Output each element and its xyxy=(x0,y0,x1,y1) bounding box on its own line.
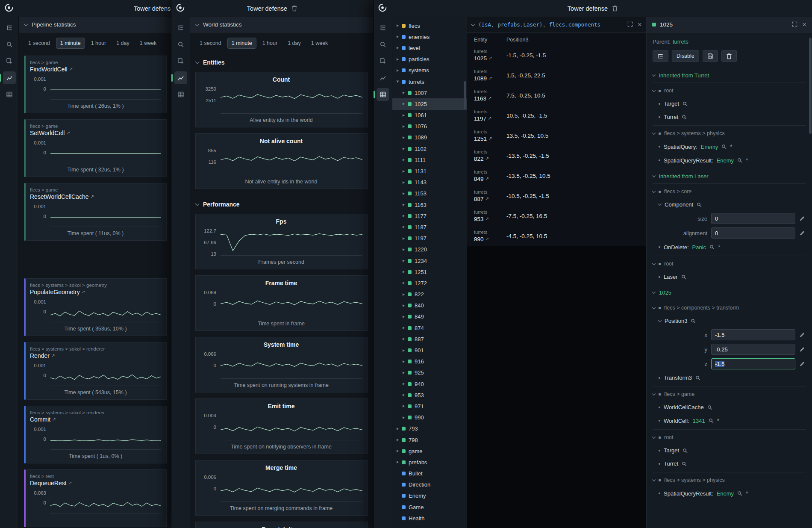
stats-icon[interactable] xyxy=(174,71,187,84)
tree-item[interactable]: 1025 xyxy=(392,98,467,109)
tree-item[interactable]: systems xyxy=(392,65,467,76)
expand-arrow-icon[interactable] xyxy=(403,416,405,419)
tree-item[interactable]: 1153 xyxy=(392,188,467,199)
tree-item[interactable]: 887 xyxy=(392,333,467,345)
search-icon[interactable] xyxy=(709,245,715,250)
table-icon[interactable] xyxy=(377,88,389,101)
component-row[interactable]: Target * xyxy=(653,444,806,457)
stats-section-header[interactable]: Entities xyxy=(190,53,373,69)
tree-item[interactable]: enemies xyxy=(392,31,467,42)
search-icon[interactable] xyxy=(737,158,742,163)
inspector-section-header[interactable]: 1025 xyxy=(653,285,806,300)
tree-item[interactable]: 798 xyxy=(392,434,467,445)
entity-id-link[interactable]: 849↗ xyxy=(474,176,489,182)
field-value-input[interactable]: 0 xyxy=(711,227,795,239)
expand-arrow-icon[interactable] xyxy=(403,159,405,161)
parent-entity-link[interactable]: turrets xyxy=(673,38,688,45)
expand-arrow-icon[interactable] xyxy=(403,215,405,217)
time-range-button[interactable]: 1 hour xyxy=(87,38,110,49)
inspect-icon[interactable] xyxy=(3,55,16,68)
stat-name-link[interactable]: FindWorldCell↗ xyxy=(30,66,161,73)
stats-icon[interactable] xyxy=(3,71,16,84)
expand-arrow-icon[interactable] xyxy=(397,461,399,463)
component-row[interactable]: Transform3 * xyxy=(653,371,806,384)
tree-item[interactable]: 1143 xyxy=(392,177,467,188)
expand-arrow-icon[interactable] xyxy=(403,316,405,318)
search-icon[interactable] xyxy=(683,101,688,106)
stats-icon[interactable] xyxy=(377,71,389,84)
entity-id-link[interactable]: 887↗ xyxy=(474,196,489,202)
entity-id-link[interactable]: 1251↗ xyxy=(474,136,492,142)
tree-item[interactable]: 1234 xyxy=(392,255,467,266)
tree-item[interactable]: flecs xyxy=(392,20,467,31)
component-value-link[interactable]: Panic xyxy=(692,244,706,251)
expand-arrow-icon[interactable] xyxy=(397,439,399,441)
tree-item[interactable]: prefabs xyxy=(392,457,467,468)
search-icon[interactable] xyxy=(697,202,702,207)
expand-arrow-icon[interactable] xyxy=(397,24,399,27)
time-range-button[interactable]: 1 second xyxy=(195,38,226,49)
inspector-section-header[interactable]: inherited from Turret xyxy=(653,68,806,83)
trash-icon[interactable] xyxy=(291,5,297,12)
search-icon[interactable] xyxy=(377,38,389,51)
component-row[interactable]: SpatialQuery: Enemy * xyxy=(653,140,806,153)
entity-id-link[interactable]: 953↗ xyxy=(474,216,489,222)
search-icon[interactable] xyxy=(695,375,700,381)
tree-view-icon[interactable] xyxy=(174,21,187,34)
pipeline-panel-header[interactable]: Pipeline statistics xyxy=(19,17,171,32)
flecs-logo-icon[interactable] xyxy=(176,3,185,14)
component-row[interactable]: OnDelete: Panic * xyxy=(653,240,806,254)
tree-item[interactable]: 1272 xyxy=(392,277,467,289)
search-icon[interactable] xyxy=(709,418,714,423)
component-row[interactable]: Position3 * xyxy=(653,314,806,327)
expand-arrow-icon[interactable] xyxy=(397,35,399,38)
time-range-button[interactable]: 1 second xyxy=(24,38,54,49)
entity-id-link[interactable]: 1089↗ xyxy=(474,75,492,82)
tree-item[interactable]: 971 xyxy=(392,401,467,412)
tree-item[interactable]: 1251 xyxy=(392,266,467,277)
tree-item[interactable]: 1102 xyxy=(392,143,467,154)
expand-arrow-icon[interactable] xyxy=(403,147,405,150)
expand-arrow-icon[interactable] xyxy=(403,282,405,284)
expand-arrow-icon[interactable] xyxy=(397,69,399,72)
tree-item[interactable]: 1111 xyxy=(392,154,467,165)
entity-id-link[interactable]: 1025↗ xyxy=(474,55,492,62)
tree-item[interactable]: 1220 xyxy=(392,244,467,255)
expand-arrow-icon[interactable] xyxy=(403,125,405,128)
expand-arrow-icon[interactable] xyxy=(403,260,405,262)
time-range-button[interactable]: 1 minute xyxy=(227,38,256,49)
tree-item[interactable]: 1007 xyxy=(392,87,467,98)
component-value-link[interactable]: 1341 xyxy=(693,418,705,424)
search-icon[interactable] xyxy=(682,461,687,466)
query-result-row[interactable]: turrets 1251↗ 13.5, -0.25, 10.5 xyxy=(467,126,646,146)
edit-icon[interactable] xyxy=(799,347,806,352)
delete-button[interactable] xyxy=(721,50,737,62)
tree-view-icon[interactable] xyxy=(377,21,389,34)
edit-icon[interactable] xyxy=(799,332,806,338)
field-value-input[interactable]: -1.5 xyxy=(711,358,795,369)
group-header[interactable]: flecs > game xyxy=(653,387,806,401)
component-row[interactable]: WorldCellCache * xyxy=(653,401,806,414)
tree-scrollbar[interactable] xyxy=(464,81,466,109)
tree-item[interactable]: 1197 xyxy=(392,233,467,244)
time-range-button[interactable]: 1 minute xyxy=(56,38,85,49)
inspector-scrollbar[interactable] xyxy=(809,38,812,134)
tree-item[interactable]: Bullet xyxy=(392,468,467,479)
query-result-row[interactable]: turrets 1197↗ 10.5, -0.25, -1.5 xyxy=(467,106,646,126)
time-range-button[interactable]: 1 day xyxy=(283,38,305,49)
tree-item[interactable]: Enemy xyxy=(392,490,467,501)
table-icon[interactable] xyxy=(174,88,187,101)
edit-icon[interactable] xyxy=(799,216,806,221)
time-range-button[interactable]: 1 week xyxy=(307,38,332,49)
search-icon[interactable] xyxy=(681,274,686,280)
query-result-row[interactable]: turrets 1025↗ -1.5, -0.25, -1.5 xyxy=(467,45,646,65)
tree-view-icon[interactable] xyxy=(3,21,16,34)
time-range-button[interactable]: 1 week xyxy=(135,38,161,49)
expand-arrow-icon[interactable] xyxy=(403,103,405,105)
tree-item[interactable]: Game xyxy=(392,501,467,513)
tree-item[interactable]: 849 xyxy=(392,311,467,322)
expand-arrow-icon[interactable] xyxy=(403,405,405,407)
group-header[interactable]: root xyxy=(653,431,806,444)
group-header[interactable]: flecs > components > transform xyxy=(653,301,806,314)
field-value-input[interactable]: -0.25 xyxy=(711,344,795,355)
